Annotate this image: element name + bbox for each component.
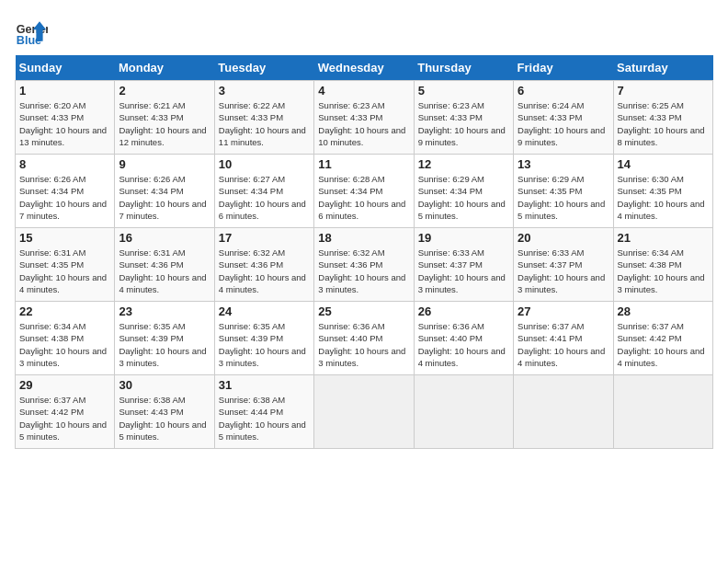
day-info: Sunrise: 6:35 AM Sunset: 4:39 PM Dayligh… — [219, 320, 310, 369]
calendar-cell: 3Sunrise: 6:22 AM Sunset: 4:33 PM Daylig… — [214, 81, 313, 155]
weekday-header-wednesday: Wednesday — [314, 55, 414, 81]
calendar-cell: 19Sunrise: 6:33 AM Sunset: 4:37 PM Dayli… — [414, 228, 513, 302]
day-info: Sunrise: 6:38 AM Sunset: 4:43 PM Dayligh… — [119, 394, 210, 442]
day-number: 20 — [518, 231, 609, 245]
calendar-cell: 4Sunrise: 6:23 AM Sunset: 4:33 PM Daylig… — [314, 81, 414, 155]
calendar-cell: 10Sunrise: 6:27 AM Sunset: 4:34 PM Dayli… — [214, 155, 313, 228]
day-info: Sunrise: 6:37 AM Sunset: 4:42 PM Dayligh… — [19, 394, 110, 442]
weekday-header-monday: Monday — [115, 55, 214, 81]
day-number: 26 — [418, 304, 509, 318]
calendar-week-4: 22Sunrise: 6:34 AM Sunset: 4:38 PM Dayli… — [16, 302, 713, 375]
calendar-week-2: 8Sunrise: 6:26 AM Sunset: 4:34 PM Daylig… — [16, 155, 713, 228]
weekday-header-thursday: Thursday — [414, 55, 513, 81]
calendar-cell: 9Sunrise: 6:26 AM Sunset: 4:34 PM Daylig… — [115, 155, 214, 228]
calendar-table: SundayMondayTuesdayWednesdayThursdayFrid… — [15, 55, 713, 449]
day-info: Sunrise: 6:32 AM Sunset: 4:36 PM Dayligh… — [219, 247, 310, 295]
day-number: 29 — [19, 378, 110, 392]
logo: General Blue — [15, 15, 48, 48]
day-number: 21 — [618, 231, 709, 245]
day-info: Sunrise: 6:23 AM Sunset: 4:33 PM Dayligh… — [318, 99, 409, 148]
day-number: 22 — [19, 304, 110, 318]
day-info: Sunrise: 6:32 AM Sunset: 4:36 PM Dayligh… — [318, 247, 409, 295]
day-number: 4 — [318, 84, 409, 98]
weekday-header-tuesday: Tuesday — [214, 55, 313, 81]
calendar-week-1: 1Sunrise: 6:20 AM Sunset: 4:33 PM Daylig… — [16, 81, 713, 155]
day-info: Sunrise: 6:38 AM Sunset: 4:44 PM Dayligh… — [219, 394, 310, 442]
calendar-cell: 27Sunrise: 6:37 AM Sunset: 4:41 PM Dayli… — [514, 302, 613, 375]
calendar-cell: 25Sunrise: 6:36 AM Sunset: 4:40 PM Dayli… — [314, 302, 414, 375]
calendar-cell: 8Sunrise: 6:26 AM Sunset: 4:34 PM Daylig… — [16, 155, 115, 228]
day-info: Sunrise: 6:20 AM Sunset: 4:33 PM Dayligh… — [19, 99, 110, 148]
day-info: Sunrise: 6:37 AM Sunset: 4:41 PM Dayligh… — [518, 320, 609, 369]
weekday-header-friday: Friday — [514, 55, 613, 81]
calendar-cell: 30Sunrise: 6:38 AM Sunset: 4:43 PM Dayli… — [115, 375, 214, 449]
day-number: 14 — [618, 157, 709, 171]
day-number: 9 — [119, 157, 210, 171]
calendar-cell: 14Sunrise: 6:30 AM Sunset: 4:35 PM Dayli… — [613, 155, 712, 228]
calendar-cell: 17Sunrise: 6:32 AM Sunset: 4:36 PM Dayli… — [214, 228, 313, 302]
logo-icon: General Blue — [15, 15, 48, 48]
weekday-header-saturday: Saturday — [613, 55, 712, 81]
day-number: 17 — [219, 231, 310, 245]
day-info: Sunrise: 6:26 AM Sunset: 4:34 PM Dayligh… — [19, 173, 110, 222]
day-number: 25 — [318, 304, 409, 318]
calendar-cell: 26Sunrise: 6:36 AM Sunset: 4:40 PM Dayli… — [414, 302, 513, 375]
day-info: Sunrise: 6:37 AM Sunset: 4:42 PM Dayligh… — [618, 320, 709, 369]
calendar-week-3: 15Sunrise: 6:31 AM Sunset: 4:35 PM Dayli… — [16, 228, 713, 302]
day-info: Sunrise: 6:31 AM Sunset: 4:35 PM Dayligh… — [19, 247, 110, 295]
weekday-header-sunday: Sunday — [16, 55, 115, 81]
day-info: Sunrise: 6:34 AM Sunset: 4:38 PM Dayligh… — [19, 320, 110, 369]
calendar-cell: 13Sunrise: 6:29 AM Sunset: 4:35 PM Dayli… — [514, 155, 613, 228]
day-info: Sunrise: 6:33 AM Sunset: 4:37 PM Dayligh… — [518, 247, 609, 295]
day-number: 30 — [119, 378, 210, 392]
calendar-week-5: 29Sunrise: 6:37 AM Sunset: 4:42 PM Dayli… — [16, 375, 713, 449]
calendar-cell: 21Sunrise: 6:34 AM Sunset: 4:38 PM Dayli… — [613, 228, 712, 302]
calendar-cell: 20Sunrise: 6:33 AM Sunset: 4:37 PM Dayli… — [514, 228, 613, 302]
day-number: 10 — [219, 157, 310, 171]
calendar-cell — [414, 375, 513, 449]
calendar-cell: 22Sunrise: 6:34 AM Sunset: 4:38 PM Dayli… — [16, 302, 115, 375]
day-info: Sunrise: 6:22 AM Sunset: 4:33 PM Dayligh… — [219, 99, 310, 148]
calendar-cell: 5Sunrise: 6:23 AM Sunset: 4:33 PM Daylig… — [414, 81, 513, 155]
calendar-cell: 1Sunrise: 6:20 AM Sunset: 4:33 PM Daylig… — [16, 81, 115, 155]
calendar-cell: 24Sunrise: 6:35 AM Sunset: 4:39 PM Dayli… — [214, 302, 313, 375]
day-number: 13 — [518, 157, 609, 171]
calendar-cell: 11Sunrise: 6:28 AM Sunset: 4:34 PM Dayli… — [314, 155, 414, 228]
day-number: 7 — [618, 84, 709, 98]
day-number: 11 — [318, 157, 409, 171]
day-info: Sunrise: 6:36 AM Sunset: 4:40 PM Dayligh… — [318, 320, 409, 369]
calendar-cell: 6Sunrise: 6:24 AM Sunset: 4:33 PM Daylig… — [514, 81, 613, 155]
calendar-cell: 2Sunrise: 6:21 AM Sunset: 4:33 PM Daylig… — [115, 81, 214, 155]
day-number: 16 — [119, 231, 210, 245]
day-number: 6 — [518, 84, 609, 98]
day-number: 23 — [119, 304, 210, 318]
page-header: General Blue — [15, 15, 713, 48]
calendar-cell: 18Sunrise: 6:32 AM Sunset: 4:36 PM Dayli… — [314, 228, 414, 302]
day-info: Sunrise: 6:35 AM Sunset: 4:39 PM Dayligh… — [119, 320, 210, 369]
day-info: Sunrise: 6:28 AM Sunset: 4:34 PM Dayligh… — [318, 173, 409, 222]
day-info: Sunrise: 6:31 AM Sunset: 4:36 PM Dayligh… — [119, 247, 210, 295]
calendar-cell: 16Sunrise: 6:31 AM Sunset: 4:36 PM Dayli… — [115, 228, 214, 302]
day-info: Sunrise: 6:24 AM Sunset: 4:33 PM Dayligh… — [518, 99, 609, 148]
calendar-cell: 7Sunrise: 6:25 AM Sunset: 4:33 PM Daylig… — [613, 81, 712, 155]
day-number: 27 — [518, 304, 609, 318]
calendar-cell: 29Sunrise: 6:37 AM Sunset: 4:42 PM Dayli… — [16, 375, 115, 449]
calendar-cell: 23Sunrise: 6:35 AM Sunset: 4:39 PM Dayli… — [115, 302, 214, 375]
day-info: Sunrise: 6:29 AM Sunset: 4:35 PM Dayligh… — [518, 173, 609, 222]
calendar-cell: 28Sunrise: 6:37 AM Sunset: 4:42 PM Dayli… — [613, 302, 712, 375]
calendar-cell: 15Sunrise: 6:31 AM Sunset: 4:35 PM Dayli… — [16, 228, 115, 302]
day-info: Sunrise: 6:29 AM Sunset: 4:34 PM Dayligh… — [418, 173, 509, 222]
day-info: Sunrise: 6:33 AM Sunset: 4:37 PM Dayligh… — [418, 247, 509, 295]
day-info: Sunrise: 6:23 AM Sunset: 4:33 PM Dayligh… — [418, 99, 509, 148]
day-number: 18 — [318, 231, 409, 245]
calendar-cell: 12Sunrise: 6:29 AM Sunset: 4:34 PM Dayli… — [414, 155, 513, 228]
day-number: 2 — [119, 84, 210, 98]
day-info: Sunrise: 6:27 AM Sunset: 4:34 PM Dayligh… — [219, 173, 310, 222]
calendar-cell: 31Sunrise: 6:38 AM Sunset: 4:44 PM Dayli… — [214, 375, 313, 449]
day-number: 3 — [219, 84, 310, 98]
calendar-cell — [613, 375, 712, 449]
day-number: 15 — [19, 231, 110, 245]
day-info: Sunrise: 6:30 AM Sunset: 4:35 PM Dayligh… — [618, 173, 709, 222]
day-number: 31 — [219, 378, 310, 392]
day-number: 1 — [19, 84, 110, 98]
